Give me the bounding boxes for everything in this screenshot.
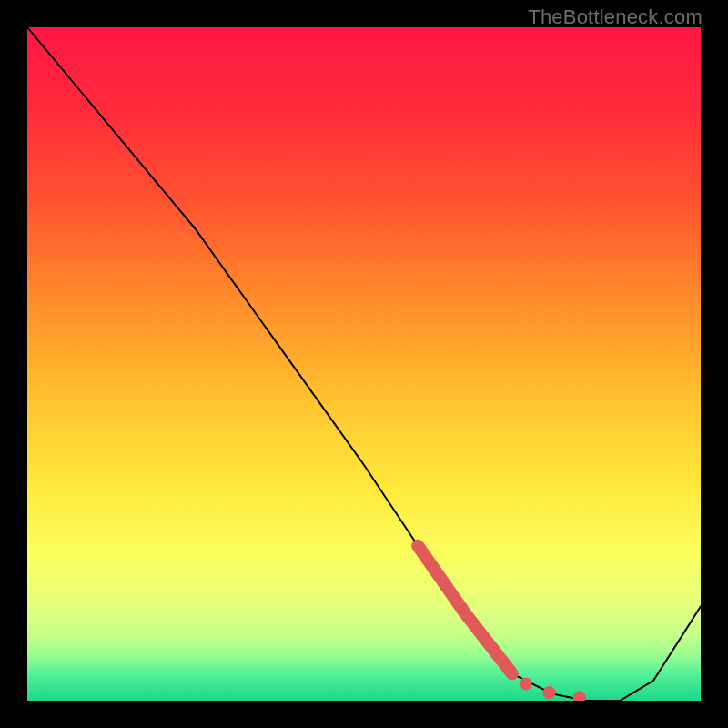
highlight-dot [543,686,556,699]
chart-background [27,27,701,701]
chart-svg [27,27,701,701]
chart-container [27,27,701,701]
highlight-dot [520,678,532,691]
watermark-text: TheBottleneck.com [528,5,703,29]
